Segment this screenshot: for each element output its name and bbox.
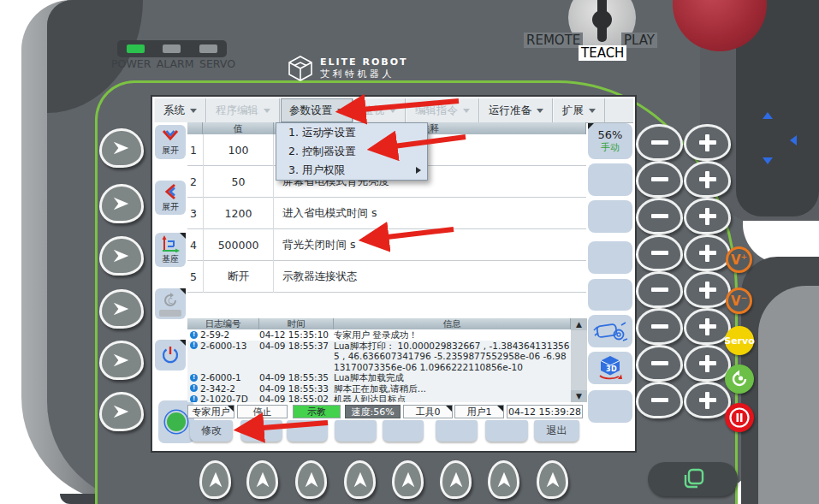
dropdown-item-1[interactable]: 1. 运动学设置 — [276, 123, 427, 142]
param-value: 100 — [203, 134, 274, 166]
base-frame-button[interactable]: 基座 — [155, 233, 186, 267]
log-message: 专家用户 登录成功！ — [334, 329, 571, 341]
servo-button[interactable]: Servo — [725, 326, 754, 355]
sidebar-button-8[interactable] — [588, 390, 632, 423]
jog-minus-key[interactable] — [636, 124, 683, 161]
left-function-key[interactable] — [99, 341, 144, 380]
jog-pendant-button[interactable] — [588, 315, 632, 347]
left-function-key[interactable] — [99, 289, 144, 329]
scroll-up-icon[interactable]: ▲ — [571, 318, 587, 330]
softkey-blank[interactable] — [240, 420, 282, 442]
page-switch-button[interactable] — [648, 462, 738, 496]
left-function-key[interactable] — [99, 184, 144, 223]
speed-down-button[interactable]: V− — [726, 288, 752, 314]
nav-left-icon[interactable] — [790, 135, 797, 145]
corner-marker — [497, 406, 503, 412]
param-dropdown-menu: 1. 运动学设置2. 控制器设置3. 用户权限 — [276, 122, 428, 181]
sidebar-button-4[interactable] — [588, 241, 632, 274]
speed-mode-button[interactable]: 56% 手动 — [588, 123, 632, 159]
softkey-blank[interactable] — [485, 420, 528, 442]
view-3d-button[interactable]: 3 D — [588, 352, 632, 384]
jog-plus-key[interactable] — [684, 124, 731, 161]
log-row[interactable]: !2-6000-1304-09 18:55:37Lua脚本打印： 10.0000… — [187, 341, 571, 373]
jog-plus-key[interactable] — [684, 161, 731, 198]
scroll-down-icon[interactable]: ▼ — [571, 390, 587, 402]
power-button[interactable] — [155, 340, 186, 371]
jog-plus-key[interactable] — [684, 234, 731, 271]
param-row[interactable]: 5断开示教器连接状态 — [187, 261, 586, 293]
softkey-blank[interactable] — [436, 420, 478, 442]
jog-minus-key[interactable] — [636, 271, 683, 308]
bottom-function-key[interactable] — [537, 460, 568, 499]
bottom-function-key[interactable] — [295, 460, 327, 499]
svg-text:C: C — [168, 297, 173, 305]
speed-up-button[interactable]: V+ — [726, 246, 752, 273]
jog-minus-key[interactable] — [636, 308, 683, 345]
cycle-start-button[interactable] — [725, 365, 754, 394]
jog-plus-key[interactable] — [684, 198, 731, 234]
softkey-修改[interactable]: 修改 — [190, 420, 233, 442]
cycle-mode-button[interactable]: C — [155, 288, 186, 319]
menu-item-label: 运行准备 — [489, 104, 531, 118]
menu-item-6[interactable]: 运行准备 — [479, 98, 553, 122]
toolbar-label: 展开 — [162, 145, 179, 157]
status-tool[interactable]: 工具0 — [403, 405, 453, 418]
status-user-level[interactable]: 专家用户 — [187, 405, 234, 418]
log-row[interactable]: !2-1020-7D04-09 18:55:02机器人到达目标点 — [187, 394, 571, 402]
menu-item-7[interactable]: 扩展 — [553, 98, 605, 122]
expand-down-button[interactable]: 展开 — [155, 125, 186, 159]
menu-item-5[interactable]: 编辑指令 — [406, 98, 479, 122]
menu-item-2[interactable]: 程序编辑 — [206, 98, 280, 122]
log-scrollbar[interactable]: ▲ ▼ — [571, 318, 587, 402]
softkey-blank[interactable] — [287, 420, 328, 442]
jog-minus-key[interactable] — [636, 345, 683, 382]
log-row[interactable]: !2-6000-104-09 18:55:35Lua脚本加载完成 — [187, 372, 571, 383]
log-row[interactable]: !2-342-204-09 18:55:33脚本正在加载,请稍后... — [187, 383, 571, 394]
chevron-down-icon — [190, 109, 197, 113]
bottom-function-key[interactable] — [440, 460, 472, 499]
bottom-function-key[interactable] — [488, 460, 519, 499]
softkey-退出[interactable]: 退出 — [534, 420, 579, 442]
status-clock[interactable]: 04-12 15:39:28 — [507, 405, 583, 418]
jog-plus-key[interactable] — [684, 382, 731, 418]
jog-minus-key[interactable] — [636, 382, 683, 418]
log-row[interactable]: !2-59-204-12 15:35:10专家用户 登录成功！ — [187, 329, 571, 341]
softkey-blank[interactable] — [383, 420, 424, 442]
dropdown-item-3[interactable]: 3. 用户权限 — [276, 161, 427, 180]
softkey-blank[interactable] — [335, 420, 377, 442]
left-function-key[interactable] — [99, 128, 144, 168]
jog-plus-key[interactable] — [684, 345, 731, 382]
sidebar-button-5[interactable] — [588, 279, 632, 311]
arrow-up-icon — [206, 470, 225, 490]
jog-minus-key[interactable] — [636, 161, 683, 198]
status-user-frame[interactable]: 用户1 — [454, 405, 504, 418]
brand-logo: ELITE ROBOT 艾利特机器人 — [288, 55, 408, 82]
left-function-key[interactable] — [99, 236, 144, 276]
bottom-function-key[interactable] — [246, 460, 278, 499]
expand-left-button[interactable]: 展开 — [155, 181, 186, 215]
nav-down-icon[interactable] — [763, 157, 773, 164]
bottom-function-key[interactable] — [392, 460, 424, 499]
led-label: ALARM — [157, 57, 194, 70]
dropdown-item-2[interactable]: 2. 控制器设置 — [276, 142, 427, 161]
status-label: 专家用户 — [193, 406, 230, 418]
param-row[interactable]: 4500000背光关闭时间 s — [187, 229, 586, 261]
menu-item-4[interactable]: 监视 — [353, 98, 406, 122]
jog-plus-key[interactable] — [684, 271, 731, 308]
jog-minus-key[interactable] — [636, 234, 683, 271]
menu-item-3[interactable]: 参数设置 — [280, 98, 353, 122]
status-run-state[interactable]: 停止 — [237, 405, 288, 418]
jog-minus-key[interactable] — [636, 198, 683, 234]
pause-button[interactable] — [725, 403, 754, 432]
param-row[interactable]: 31200进入省电模式时间 s — [187, 198, 586, 229]
left-function-key[interactable] — [99, 392, 144, 431]
sidebar-button-2[interactable] — [588, 163, 632, 196]
base-axes-icon — [160, 235, 181, 252]
nav-up-icon[interactable] — [763, 112, 773, 119]
status-speed[interactable]: 速度:56% — [345, 405, 401, 418]
bottom-function-key[interactable] — [199, 460, 231, 499]
sidebar-button-3[interactable] — [588, 200, 632, 233]
status-teach-mode[interactable]: 示教 — [293, 405, 341, 418]
menu-item-1[interactable]: 系统 — [154, 98, 206, 122]
bottom-function-key[interactable] — [344, 460, 376, 499]
